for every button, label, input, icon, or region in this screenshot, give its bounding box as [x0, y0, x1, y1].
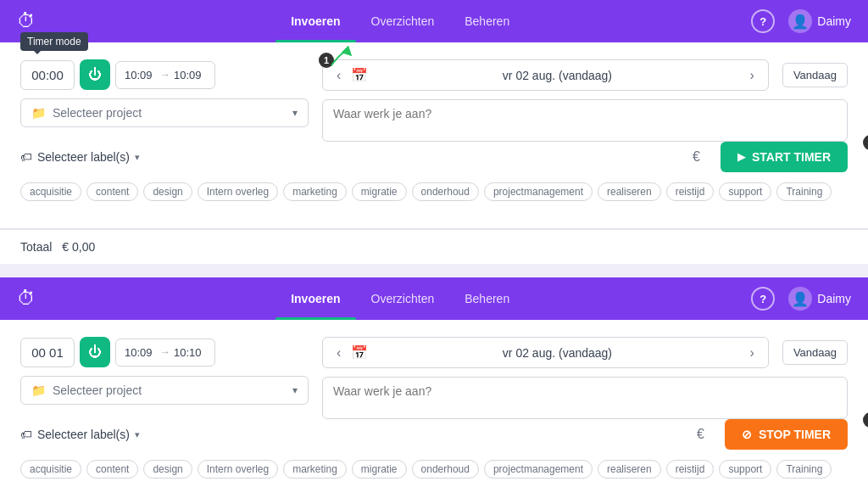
tag-item[interactable]: migratie — [352, 460, 407, 479]
nav-invoeren-2[interactable]: Invoeren — [275, 277, 355, 320]
calendar-icon-2: 📅 — [351, 344, 368, 361]
start-timer-button[interactable]: ▶ START TIMER — [721, 142, 848, 172]
time-display[interactable]: 00:00 — [20, 60, 75, 90]
time-to-input-2[interactable] — [174, 346, 206, 359]
tags-row-2: acquisitiecontentdesignIntern overlegmar… — [20, 460, 848, 479]
navbar-top: ⏱ Invoeren Overzichten Beheren ? 👤 Daimy — [0, 0, 868, 42]
section-divider — [0, 264, 868, 277]
time-from-input-2[interactable] — [125, 346, 157, 359]
time-range-input-2: → — [115, 339, 215, 367]
description-textarea-2[interactable] — [322, 377, 848, 419]
tag-item[interactable]: content — [86, 182, 138, 201]
arrow-right-icon: → — [160, 69, 170, 81]
euro-sign-2: € — [697, 427, 704, 442]
nav-invoeren[interactable]: Invoeren — [275, 0, 355, 42]
euro-sign: € — [693, 149, 700, 165]
power-icon: ⏻ — [88, 67, 102, 82]
tag-item[interactable]: migratie — [352, 182, 407, 201]
date-picker-2[interactable]: ‹ 📅 vr 02 aug. (vandaag) › — [322, 337, 769, 368]
vandaag-button-2[interactable]: Vandaag — [782, 340, 848, 365]
label-row-2: 🏷 Selecteer label(s) ▾ € ⊘ STOP TIMER 3 — [20, 419, 848, 450]
panel-1: Timer mode 00:00 ⏻ → 1 — [0, 42, 868, 229]
date-label-2: vr 02 aug. (vandaag) — [375, 346, 739, 360]
tag-item[interactable]: design — [143, 182, 192, 201]
nav-beheren[interactable]: Beheren — [449, 0, 525, 42]
navbar-bottom: ⏱ Invoeren Overzichten Beheren ? 👤 Daimy — [0, 277, 868, 320]
time-display-2[interactable]: 00 01 — [20, 338, 75, 367]
project-select-2[interactable]: 📁 Selecteer project ▾ — [20, 376, 309, 405]
chevron-down-icon: ▾ — [292, 107, 298, 119]
time-to-input[interactable] — [174, 69, 206, 81]
nav-beheren-2[interactable]: Beheren — [449, 277, 525, 320]
panel-2: 00 01 ⏻ → 📁 Selecteer project ▾ — [0, 320, 868, 487]
date-prev-button[interactable]: ‹ — [333, 68, 344, 83]
help-button-2[interactable]: ? — [751, 287, 775, 311]
stop-timer-label: STOP TIMER — [759, 428, 831, 441]
calendar-icon: 📅 — [351, 67, 368, 83]
tag-item[interactable]: Intern overleg — [198, 460, 278, 479]
stop-icon: ⊘ — [742, 428, 752, 441]
date-picker[interactable]: ‹ 📅 vr 02 aug. (vandaag) › — [322, 59, 769, 91]
tag-item[interactable]: acquisitie — [20, 460, 81, 479]
date-label: vr 02 aug. (vandaag) — [375, 69, 739, 82]
tag-item[interactable]: reistijd — [666, 460, 715, 479]
tag-item[interactable]: onderhoud — [412, 460, 479, 479]
user-avatar-icon-2: 👤 — [788, 287, 812, 311]
tag-item[interactable]: projectmanagement — [484, 460, 593, 479]
app-logo: ⏱ — [17, 10, 36, 32]
label-select-text-2: Selecteer label(s) — [37, 428, 130, 441]
user-name-2: Daimy — [817, 292, 851, 305]
tag-item[interactable]: reistijd — [666, 182, 715, 201]
tag-item[interactable]: onderhoud — [412, 182, 479, 201]
tag-item[interactable]: realiseren — [598, 182, 661, 201]
folder-icon: 📁 — [31, 106, 46, 120]
tag-item[interactable]: design — [143, 460, 192, 479]
label-chevron-icon-2: ▾ — [135, 429, 140, 440]
description-textarea[interactable] — [322, 99, 848, 142]
total-label-1: Totaal — [20, 240, 52, 254]
date-next-button[interactable]: › — [747, 68, 758, 83]
arrow-right-icon-2: → — [160, 346, 170, 358]
help-button[interactable]: ? — [751, 9, 775, 33]
chevron-down-icon-2: ▾ — [292, 384, 298, 396]
start-timer-label: START TIMER — [752, 150, 831, 164]
tag-item[interactable]: content — [86, 460, 138, 479]
app-logo-2: ⏱ — [17, 288, 36, 310]
tag-item[interactable]: acquisitie — [20, 182, 81, 201]
tag-item[interactable]: marketing — [283, 460, 347, 479]
label-row: 🏷 Selecteer label(s) ▾ € ▶ START TIMER 2 — [20, 142, 848, 172]
annotation-arrow-1 — [327, 44, 353, 70]
user-name: Daimy — [817, 14, 851, 28]
user-menu-2[interactable]: 👤 Daimy — [788, 287, 851, 311]
tags-row-1: acquisitiecontentdesignIntern overlegmar… — [20, 182, 848, 201]
tag-item[interactable]: Training — [776, 182, 832, 201]
label-icon-2: 🏷 — [20, 428, 32, 441]
total-value-1: € 0,00 — [62, 240, 95, 254]
stop-timer-button[interactable]: ⊘ STOP TIMER — [725, 419, 848, 450]
tag-item[interactable]: Training — [776, 460, 832, 479]
time-from-input[interactable] — [125, 69, 157, 81]
tag-item[interactable]: marketing — [283, 182, 347, 201]
timer-toggle-button[interactable]: ⏻ — [80, 59, 110, 90]
date-prev-button-2[interactable]: ‹ — [333, 345, 344, 361]
project-select[interactable]: 📁 Selecteer project ▾ — [20, 98, 309, 127]
tag-item[interactable]: Intern overleg — [198, 182, 278, 201]
nav-overzichten-2[interactable]: Overzichten — [356, 277, 450, 320]
total-row-1: Totaal € 0,00 — [0, 229, 868, 264]
time-input-group: Timer mode 00:00 ⏻ → 1 — [20, 59, 309, 90]
date-next-button-2[interactable]: › — [747, 345, 758, 361]
label-select-2[interactable]: 🏷 Selecteer label(s) ▾ — [20, 428, 140, 441]
timer-toggle-button-2[interactable]: ⏻ — [80, 337, 110, 367]
tag-item[interactable]: projectmanagement — [484, 182, 593, 201]
time-range-input: → — [115, 61, 215, 89]
annotation-arrow-2 — [865, 133, 868, 159]
nav-overzichten[interactable]: Overzichten — [356, 0, 450, 42]
tag-item[interactable]: realiseren — [598, 460, 661, 479]
tag-item[interactable]: support — [719, 182, 771, 201]
folder-icon-2: 📁 — [31, 383, 46, 397]
user-avatar-icon: 👤 — [788, 9, 812, 33]
user-menu[interactable]: 👤 Daimy — [788, 9, 851, 33]
label-select[interactable]: 🏷 Selecteer label(s) ▾ — [20, 150, 140, 164]
tag-item[interactable]: support — [719, 460, 771, 479]
vandaag-button[interactable]: Vandaag — [782, 63, 848, 87]
